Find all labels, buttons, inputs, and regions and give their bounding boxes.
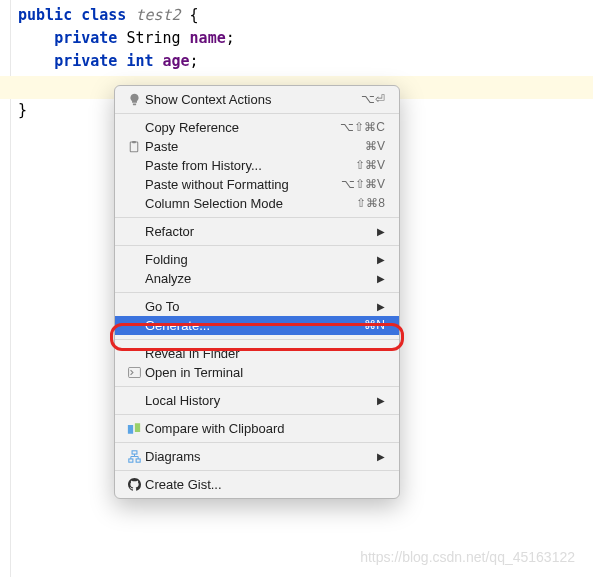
menu-label: Folding	[145, 250, 367, 269]
menu-label: Paste	[145, 137, 355, 156]
menu-reveal-finder[interactable]: Reveal in Finder	[115, 344, 399, 363]
menu-open-terminal[interactable]: Open in Terminal	[115, 363, 399, 382]
menu-paste[interactable]: Paste ⌘V	[115, 137, 399, 156]
menu-paste-no-format[interactable]: Paste without Formatting ⌥⇧⌘V	[115, 175, 399, 194]
menu-separator	[115, 292, 399, 293]
menu-label: Show Context Actions	[145, 90, 351, 109]
menu-shortcut: ⌥⇧⌘V	[341, 175, 385, 194]
submenu-arrow-icon: ▶	[377, 269, 385, 288]
menu-shortcut: ⌥⇧⌘C	[340, 118, 385, 137]
semicolon: ;	[226, 29, 235, 47]
menu-shortcut: ⇧⌘8	[356, 194, 385, 213]
field-name: name	[190, 29, 226, 47]
menu-label: Column Selection Mode	[145, 194, 346, 213]
svg-rect-0	[130, 142, 138, 152]
menu-separator	[115, 442, 399, 443]
terminal-icon	[123, 367, 145, 378]
type: int	[126, 52, 153, 70]
menu-label: Analyze	[145, 269, 367, 288]
svg-rect-5	[132, 451, 137, 454]
menu-folding[interactable]: Folding ▶	[115, 250, 399, 269]
field-name: age	[163, 52, 190, 70]
watermark-text: https://blog.csdn.net/qq_45163122	[360, 549, 575, 565]
menu-label: Diagrams	[145, 447, 367, 466]
menu-column-selection[interactable]: Column Selection Mode ⇧⌘8	[115, 194, 399, 213]
menu-label: Create Gist...	[145, 475, 385, 494]
code-line-3: private int age;	[0, 50, 593, 73]
keyword: private	[54, 29, 117, 47]
menu-generate[interactable]: Generate... ⌘N	[115, 316, 399, 335]
type: String	[126, 29, 180, 47]
menu-paste-history[interactable]: Paste from History... ⇧⌘V	[115, 156, 399, 175]
svg-rect-7	[136, 459, 140, 462]
menu-shortcut: ⌘N	[364, 316, 385, 335]
clipboard-icon	[123, 140, 145, 153]
menu-show-context-actions[interactable]: Show Context Actions ⌥⏎	[115, 90, 399, 109]
menu-label: Copy Reference	[145, 118, 330, 137]
keyword: private	[54, 52, 117, 70]
code-line-2: private String name;	[0, 27, 593, 50]
class-name: test2	[135, 6, 180, 24]
menu-analyze[interactable]: Analyze ▶	[115, 269, 399, 288]
code-line-1: public class test2 {	[0, 4, 593, 27]
menu-separator	[115, 113, 399, 114]
menu-separator	[115, 414, 399, 415]
menu-separator	[115, 386, 399, 387]
svg-rect-4	[135, 423, 140, 432]
menu-separator	[115, 245, 399, 246]
menu-label: Local History	[145, 391, 367, 410]
svg-rect-3	[128, 425, 133, 434]
submenu-arrow-icon: ▶	[377, 297, 385, 316]
semicolon: ;	[190, 52, 199, 70]
keyword: class	[81, 6, 126, 24]
brace: {	[181, 6, 199, 24]
menu-label: Open in Terminal	[145, 363, 385, 382]
submenu-arrow-icon: ▶	[377, 447, 385, 466]
github-icon	[123, 478, 145, 491]
menu-compare-clipboard[interactable]: Compare with Clipboard	[115, 419, 399, 438]
brace: }	[18, 101, 27, 119]
editor-context-menu: Show Context Actions ⌥⏎ Copy Reference ⌥…	[114, 85, 400, 499]
menu-shortcut: ⌥⏎	[361, 90, 385, 109]
menu-label: Paste without Formatting	[145, 175, 331, 194]
menu-separator	[115, 217, 399, 218]
keyword: public	[18, 6, 72, 24]
menu-shortcut: ⌘V	[365, 137, 385, 156]
menu-separator	[115, 470, 399, 471]
submenu-arrow-icon: ▶	[377, 222, 385, 241]
submenu-arrow-icon: ▶	[377, 391, 385, 410]
menu-label: Refactor	[145, 222, 367, 241]
menu-refactor[interactable]: Refactor ▶	[115, 222, 399, 241]
menu-copy-reference[interactable]: Copy Reference ⌥⇧⌘C	[115, 118, 399, 137]
menu-diagrams[interactable]: Diagrams ▶	[115, 447, 399, 466]
svg-rect-6	[128, 459, 132, 462]
diagram-icon	[123, 450, 145, 463]
menu-separator	[115, 339, 399, 340]
submenu-arrow-icon: ▶	[377, 250, 385, 269]
bulb-icon	[123, 93, 145, 106]
svg-rect-1	[132, 141, 136, 143]
menu-label: Reveal in Finder	[145, 344, 385, 363]
menu-shortcut: ⇧⌘V	[355, 156, 385, 175]
menu-label: Compare with Clipboard	[145, 419, 385, 438]
svg-rect-2	[128, 367, 140, 377]
menu-label: Generate...	[145, 316, 354, 335]
menu-create-gist[interactable]: Create Gist...	[115, 475, 399, 494]
menu-go-to[interactable]: Go To ▶	[115, 297, 399, 316]
menu-label: Paste from History...	[145, 156, 345, 175]
menu-label: Go To	[145, 297, 367, 316]
menu-local-history[interactable]: Local History ▶	[115, 391, 399, 410]
compare-icon	[123, 422, 145, 435]
